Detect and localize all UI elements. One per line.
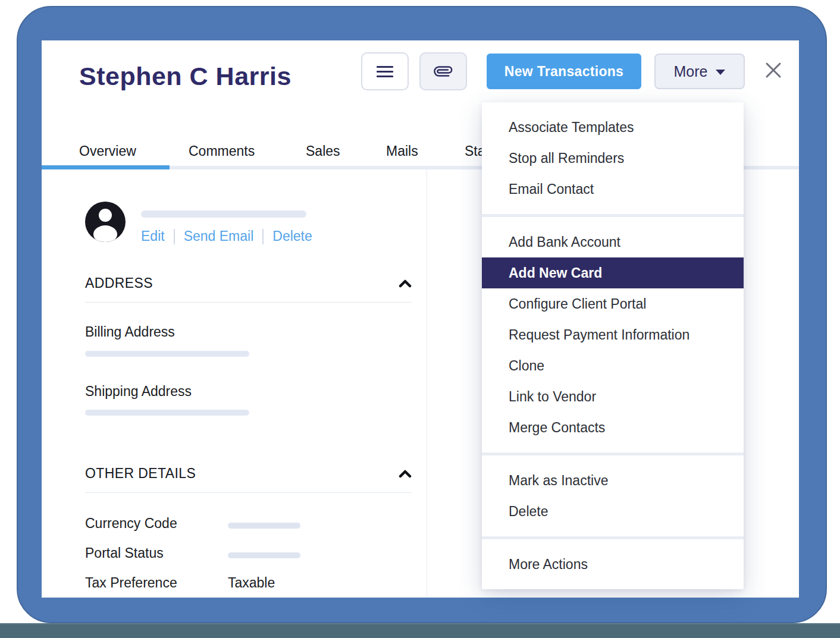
- send-email-link[interactable]: Send Email: [184, 228, 254, 244]
- menu-item-request-payment-information[interactable]: Request Payment Information: [482, 319, 744, 350]
- menu-item-clone[interactable]: Clone: [482, 350, 744, 381]
- action-separator: [262, 229, 264, 244]
- address-section-title: ADDRESS: [85, 275, 153, 291]
- other-details-section-header[interactable]: OTHER DETAILS: [85, 466, 412, 482]
- edit-link[interactable]: Edit: [141, 228, 165, 244]
- menu-item-merge-contacts[interactable]: Merge Contacts: [482, 412, 744, 443]
- currency-code-placeholder: [228, 523, 300, 529]
- divider: [85, 302, 412, 303]
- menu-item-configure-client-portal[interactable]: Configure Client Portal: [482, 288, 744, 319]
- shipping-address-placeholder: [85, 410, 249, 416]
- chevron-down-icon: [716, 70, 725, 75]
- menu-item-delete[interactable]: Delete: [482, 496, 744, 527]
- menu-item-mark-as-inactive[interactable]: Mark as Inactive: [482, 465, 744, 496]
- billing-address-label: Billing Address: [85, 324, 175, 340]
- portal-status-placeholder: [228, 552, 300, 558]
- portal-status-label: Portal Status: [85, 545, 164, 561]
- tax-preference-value: Taxable: [228, 575, 275, 591]
- chevron-up-icon: [399, 279, 412, 288]
- desk-strip: [0, 623, 840, 638]
- avatar: [85, 202, 126, 242]
- more-button[interactable]: More: [654, 54, 745, 89]
- tab-mails[interactable]: Mails: [386, 143, 418, 159]
- tax-preference-label: Tax Preference: [85, 575, 177, 591]
- paperclip-icon: [431, 59, 456, 84]
- contact-actions: Edit Send Email Delete: [141, 228, 312, 244]
- tab-comments[interactable]: Comments: [189, 143, 255, 159]
- delete-link[interactable]: Delete: [272, 228, 312, 244]
- tab-overview[interactable]: Overview: [79, 143, 136, 159]
- menu-item-stop-all-reminders[interactable]: Stop all Reminders: [482, 143, 744, 174]
- close-button[interactable]: [763, 59, 784, 81]
- menu-item-add-bank-account[interactable]: Add Bank Account: [482, 227, 744, 257]
- currency-code-label: Currency Code: [85, 516, 177, 532]
- menu-group: Mark as Inactive Delete: [482, 455, 744, 536]
- other-details-section-title: OTHER DETAILS: [85, 466, 196, 482]
- divider: [85, 492, 412, 493]
- shipping-address-label: Shipping Address: [85, 384, 192, 400]
- tab-sales[interactable]: Sales: [306, 143, 340, 159]
- hamburger-button[interactable]: [361, 52, 409, 90]
- menu-item-more-actions[interactable]: More Actions: [482, 549, 744, 580]
- menu-item-email-contact[interactable]: Email Contact: [482, 174, 744, 205]
- more-menu: Associate Templates Stop all Reminders E…: [482, 102, 744, 589]
- menu-item-add-new-card[interactable]: Add New Card: [482, 257, 744, 288]
- contact-name-placeholder: [141, 210, 306, 218]
- menu-group: Associate Templates Stop all Reminders E…: [482, 102, 744, 214]
- menu-item-link-to-vendor[interactable]: Link to Vendor: [482, 381, 744, 412]
- billing-address-placeholder: [85, 351, 249, 357]
- screenshot-stage: Stephen C Harris New Transactions More O…: [0, 0, 840, 638]
- menu-group: Add Bank Account Add New Card Configure …: [482, 217, 744, 452]
- active-tab-underline: [42, 165, 170, 169]
- panel-divider: [427, 169, 427, 598]
- more-button-label: More: [674, 63, 708, 80]
- action-separator: [174, 229, 175, 244]
- close-icon: [763, 60, 783, 80]
- new-transactions-button[interactable]: New Transactions: [487, 54, 641, 89]
- menu-group: More Actions: [482, 539, 744, 589]
- chevron-up-icon: [399, 470, 412, 478]
- hamburger-icon: [377, 66, 393, 77]
- menu-item-associate-templates[interactable]: Associate Templates: [482, 112, 744, 143]
- attachment-button[interactable]: [419, 52, 467, 90]
- address-section-header[interactable]: ADDRESS: [85, 275, 412, 291]
- page-title: Stephen C Harris: [79, 62, 292, 91]
